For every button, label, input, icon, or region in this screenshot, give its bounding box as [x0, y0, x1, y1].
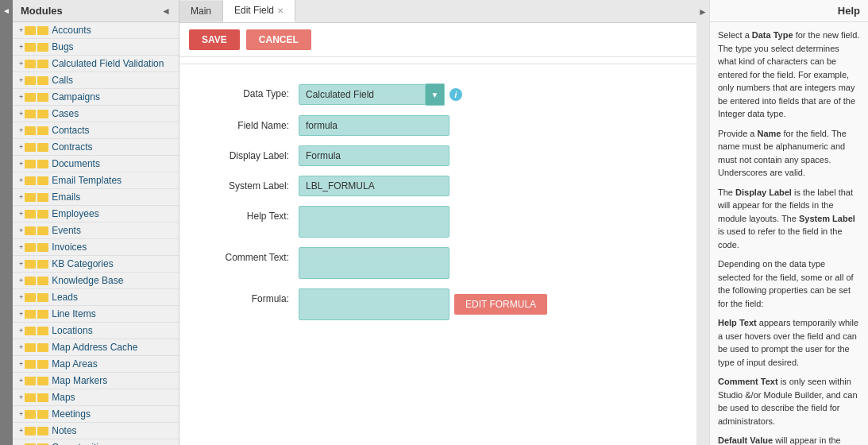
main-content: MainEdit Field✕ SAVE CANCEL Data Type: C…: [179, 0, 696, 445]
sidebar-item-map-markers[interactable]: + Map Markers: [13, 373, 179, 389]
sidebar-item-calculated-field-validation[interactable]: + Calculated Field Validation: [13, 56, 179, 72]
sidebar-item-map-address-cache[interactable]: + Map Address Cache: [13, 339, 179, 356]
sidebar-item-employees[interactable]: + Employees: [13, 206, 179, 222]
sidebar-item-meetings[interactable]: + Meetings: [13, 406, 179, 423]
sidebar-item-campaigns[interactable]: + Campaigns: [13, 89, 179, 106]
folder-icon: [25, 327, 36, 335]
sidebar-collapse-button[interactable]: ◄: [161, 6, 171, 17]
expand-icon: +: [19, 210, 23, 218]
data-type-dropdown-arrow[interactable]: ▼: [426, 83, 445, 106]
sidebar-item-opportunities[interactable]: + Opportunities: [13, 439, 179, 445]
folder-icon: [25, 143, 36, 152]
help-paragraph-6: Default Value will appear in the field. …: [718, 434, 860, 445]
display-label-input[interactable]: [299, 145, 449, 166]
sidebar-item-email-templates[interactable]: + Email Templates: [13, 172, 179, 189]
expand-icon: +: [19, 143, 23, 151]
folder-icon: [25, 377, 36, 385]
field-name-input[interactable]: [299, 115, 449, 136]
tab-edit-field[interactable]: Edit Field✕: [223, 0, 295, 22]
formula-label: Formula:: [195, 288, 299, 304]
tab-label: Main: [191, 6, 211, 17]
help-paragraph-0: Select a Data Type for the new field. Th…: [718, 29, 860, 121]
expand-icon: +: [19, 126, 23, 134]
tab-main[interactable]: Main: [179, 1, 223, 21]
folder-icon: [37, 226, 48, 235]
folder-icon: [25, 43, 36, 52]
folder-icon: [25, 210, 36, 219]
sidebar-item-documents[interactable]: + Documents: [13, 156, 179, 172]
expand-icon: +: [19, 93, 23, 101]
data-type-select-wrap: Calculated Field ▼: [299, 83, 445, 106]
sidebar-item-contacts[interactable]: + Contacts: [13, 122, 179, 139]
sidebar-item-knowledge-base[interactable]: + Knowledge Base: [13, 273, 179, 289]
help-text-input[interactable]: [299, 206, 449, 238]
sidebar-item-emails[interactable]: + Emails: [13, 189, 179, 206]
sidebar-item-events[interactable]: + Events: [13, 222, 179, 239]
data-type-select[interactable]: Calculated Field: [299, 84, 426, 105]
sidebar-item-contracts[interactable]: + Contracts: [13, 139, 179, 156]
sidebar-item-label: Opportunities: [52, 442, 108, 445]
data-type-info-icon[interactable]: i: [449, 88, 462, 101]
sidebar-item-label: Map Address Cache: [52, 342, 137, 353]
folder-icons: [25, 193, 48, 202]
sidebar-item-label: Cases: [52, 108, 79, 119]
sidebar-title: Modules: [21, 5, 63, 17]
folder-icons: [25, 210, 48, 219]
sidebar-item-kb-categories[interactable]: + KB Categories: [13, 256, 179, 273]
formula-input[interactable]: [299, 288, 449, 320]
folder-icon: [37, 327, 48, 335]
folder-icons: [25, 43, 48, 52]
sidebar-item-line-items[interactable]: + Line Items: [13, 306, 179, 323]
sidebar-item-calls[interactable]: + Calls: [13, 72, 179, 89]
folder-icons: [25, 327, 48, 335]
sidebar-item-cases[interactable]: + Cases: [13, 106, 179, 122]
expand-icon: +: [19, 76, 23, 84]
sidebar-item-leads[interactable]: + Leads: [13, 289, 179, 306]
folder-icons: [25, 226, 48, 235]
folder-icons: [25, 260, 48, 269]
folder-icon: [37, 410, 48, 419]
save-button[interactable]: SAVE: [189, 29, 240, 50]
tab-close-icon[interactable]: ✕: [277, 6, 284, 15]
folder-icon: [25, 393, 36, 402]
folder-icon: [25, 93, 36, 102]
right-collapse-panel[interactable]: ►: [696, 0, 709, 445]
expand-icon: +: [19, 393, 23, 401]
tabs-bar: MainEdit Field✕: [179, 0, 696, 23]
left-collapse-panel[interactable]: ◄: [0, 0, 13, 445]
sidebar-item-label: Meetings: [52, 408, 91, 420]
edit-formula-button[interactable]: EDIT FORMULA: [454, 294, 547, 315]
folder-icon: [25, 343, 36, 352]
comment-text-input[interactable]: [299, 247, 449, 279]
sidebar-item-bugs[interactable]: + Bugs: [13, 39, 179, 56]
folder-icons: [25, 277, 48, 285]
folder-icons: [25, 126, 48, 135]
formula-control: EDIT FORMULA: [299, 288, 547, 320]
system-label-input[interactable]: [299, 176, 449, 196]
help-text-control: [299, 206, 449, 238]
expand-icon: +: [19, 410, 23, 418]
comment-text-control: [299, 247, 449, 279]
sidebar-item-label: Map Areas: [52, 358, 97, 370]
sidebar-item-notes[interactable]: + Notes: [13, 423, 179, 439]
help-text-row: Help Text:: [195, 206, 681, 238]
sidebar-item-label: Accounts: [52, 25, 91, 36]
expand-icon: +: [19, 243, 23, 251]
help-paragraph-4: Help Text appears temporarily while a us…: [718, 316, 860, 369]
sidebar-item-map-areas[interactable]: + Map Areas: [13, 356, 179, 373]
folder-icon: [37, 26, 48, 35]
folder-icon: [37, 393, 48, 402]
sidebar-item-accounts[interactable]: + Accounts: [13, 22, 179, 39]
sidebar-item-maps[interactable]: + Maps: [13, 389, 179, 406]
folder-icon: [37, 110, 48, 118]
sidebar-item-invoices[interactable]: + Invoices: [13, 239, 179, 256]
expand-icon: +: [19, 327, 23, 335]
sidebar-item-label: Knowledge Base: [52, 275, 123, 286]
help-paragraph-3: Depending on the data type selected for …: [718, 257, 860, 310]
sidebar-item-locations[interactable]: + Locations: [13, 323, 179, 339]
folder-icon: [25, 60, 36, 68]
comment-text-label: Comment Text:: [195, 247, 299, 263]
folder-icon: [25, 26, 36, 35]
expand-icon: +: [19, 260, 23, 268]
cancel-button[interactable]: CANCEL: [246, 29, 311, 50]
